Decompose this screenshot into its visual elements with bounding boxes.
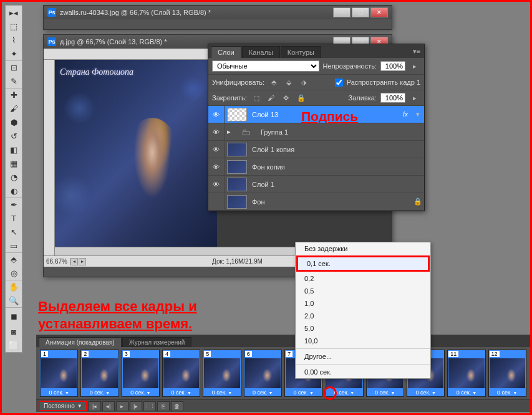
path-tool[interactable]: ↖ [6, 225, 22, 239]
frame-delay[interactable]: 0 сек.▼ [203, 389, 240, 396]
layer-row[interactable]: Фон 🔒 [208, 193, 424, 211]
delay-20[interactable]: 2,0 [296, 310, 430, 322]
expand-icon[interactable]: ▸ [225, 128, 233, 136]
opacity-flyout-icon[interactable]: ▸ [409, 61, 420, 71]
screenmode[interactable]: ⬜ [6, 338, 22, 352]
panel-menu-icon[interactable]: ▾≡ [409, 45, 424, 58]
visibility-icon[interactable]: 👁 [208, 141, 225, 158]
lasso-tool[interactable]: ⌇ [6, 33, 22, 47]
layer-name[interactable]: Слой 1 копия [249, 146, 424, 153]
propagate-checkbox[interactable] [335, 79, 343, 87]
animation-frame[interactable]: 110 сек.▼ [447, 350, 485, 397]
lock-pixels-icon[interactable]: 🖌 [266, 93, 277, 103]
animation-frame[interactable]: 40 сек.▼ [162, 350, 200, 397]
layer-name[interactable]: Фон копия [249, 163, 424, 171]
blur-tool[interactable]: ◔ [6, 170, 22, 184]
close-button[interactable]: ✕ [370, 7, 388, 17]
eyedropper-tool[interactable]: ✎ [6, 74, 22, 88]
3d-tool[interactable]: ⬘ [6, 252, 22, 266]
frame-delay[interactable]: 0 сек.▼ [285, 389, 322, 396]
visibility-icon[interactable]: 👁 [208, 158, 225, 175]
delete-frame-button[interactable]: 🗑 [171, 401, 183, 411]
fx-indicator[interactable]: fx [399, 111, 412, 118]
animation-frame[interactable]: 60 сек.▼ [244, 350, 282, 397]
layer-name[interactable]: Группа 1 [258, 128, 424, 136]
unify-style-icon[interactable]: ⬗ [298, 77, 309, 87]
duplicate-frame-button[interactable]: ⎘ [157, 401, 170, 411]
quickmask[interactable]: ◙ [6, 325, 22, 338]
tab-animation-frames[interactable]: Анимация (покадровая) [39, 337, 122, 347]
animation-frame[interactable]: 120 сек.▼ [488, 350, 526, 397]
tab-layers[interactable]: Слои [211, 46, 241, 58]
delay-50[interactable]: 5,0 [296, 322, 430, 335]
type-tool[interactable]: T [6, 211, 22, 225]
tab-measurement-log[interactable]: Журнал измерений [122, 337, 192, 347]
animation-frame[interactable]: 20 сек.▼ [80, 350, 118, 397]
next-frame-button[interactable]: |▸ [130, 401, 142, 411]
layer-name[interactable]: Фон [249, 198, 412, 206]
delay-02[interactable]: 0,2 [296, 272, 430, 285]
visibility-icon[interactable]: 👁 [208, 106, 225, 123]
brush-tool[interactable]: 🖌 [6, 102, 22, 115]
nav-next[interactable]: ▸ [79, 258, 86, 265]
frame-delay[interactable]: 0 сек.▼ [244, 389, 281, 396]
frame-delay[interactable]: 0 сек.▼ [407, 389, 444, 396]
delay-other[interactable]: Другое... [296, 348, 430, 363]
layer-row[interactable]: 👁 Фон копия [208, 158, 424, 176]
animation-frame[interactable]: 10 сек.▼ [40, 350, 78, 397]
move-tool[interactable]: ▸◂ [6, 6, 22, 19]
zoom-tool[interactable]: 🔍 [6, 293, 22, 307]
minimize-button[interactable]: — [333, 7, 351, 17]
layer-row[interactable]: 👁 Слой 1 [208, 176, 424, 193]
history-brush-tool[interactable]: ↺ [6, 129, 22, 143]
eraser-tool[interactable]: ◧ [6, 143, 22, 156]
frame-delay[interactable]: 0 сек.▼ [41, 389, 77, 396]
lock-pos-icon[interactable]: ✥ [281, 93, 292, 103]
frame-delay[interactable]: 0 сек.▼ [81, 389, 118, 396]
layer-row[interactable]: 👁 Слой 1 копия [208, 141, 424, 158]
delay-10[interactable]: 1,0 [296, 297, 430, 310]
swatches[interactable]: ◼ [6, 307, 22, 325]
frame-delay[interactable]: 0 сек.▼ [122, 389, 159, 396]
lock-all-icon[interactable]: 🔒 [296, 93, 307, 103]
vertical-ruler[interactable] [44, 60, 55, 255]
healing-tool[interactable]: ✚ [6, 88, 22, 102]
blend-mode-select[interactable]: Обычные [212, 60, 319, 72]
titlebar-bg[interactable]: Ps zwalls.ru-40343.jpg @ 66,7% (Слой 13,… [44, 6, 392, 19]
pen-tool[interactable]: ✒ [6, 198, 22, 211]
delay-100[interactable]: 10,0 [296, 335, 430, 347]
visibility-icon[interactable]: 👁 [208, 176, 225, 193]
3d-camera-tool[interactable]: ◎ [6, 266, 22, 280]
frame-delay[interactable]: 0 сек.▼ [163, 389, 200, 396]
opacity-input[interactable] [380, 61, 405, 71]
expand-fx-icon[interactable]: ▾ [412, 110, 424, 118]
layer-thumb[interactable] [227, 160, 247, 174]
marquee-tool[interactable]: ⬚ [6, 19, 22, 33]
zoom-level[interactable]: 66,67% [44, 258, 70, 265]
tab-channels[interactable]: Каналы [242, 46, 280, 58]
frame-delay[interactable]: 0 сек.▼ [489, 389, 526, 396]
delay-current[interactable]: 0,00 сек. [296, 364, 430, 378]
loop-dropdown[interactable]: Постоянно▼ [39, 401, 87, 411]
delay-none[interactable]: Без задержки [296, 242, 430, 255]
fill-input[interactable] [380, 93, 405, 103]
layer-thumb[interactable] [227, 143, 247, 156]
animation-frame[interactable]: 30 сек.▼ [122, 350, 160, 397]
unify-pos-icon[interactable]: ⬘ [268, 77, 279, 87]
tab-paths[interactable]: Контуры [281, 46, 321, 58]
first-frame-button[interactable]: |◂ [89, 401, 101, 411]
animation-frame[interactable]: 50 сек.▼ [203, 350, 241, 397]
delay-05[interactable]: 0,5 [296, 285, 430, 297]
layer-thumb[interactable] [227, 108, 247, 122]
gradient-tool[interactable]: ▦ [6, 156, 22, 170]
stamp-tool[interactable]: ⬢ [6, 115, 22, 129]
fill-flyout-icon[interactable]: ▸ [409, 93, 420, 103]
crop-tool[interactable]: ⊡ [6, 60, 22, 74]
maximize-button[interactable]: ▢ [352, 7, 369, 17]
tween-button[interactable]: ⋮⋮ [143, 401, 156, 411]
layer-thumb[interactable] [227, 178, 247, 191]
delay-01[interactable]: 0,1 сек. [296, 255, 430, 272]
prev-frame-button[interactable]: ◂| [102, 401, 115, 411]
visibility-icon[interactable] [208, 193, 225, 210]
lock-trans-icon[interactable]: ⬚ [251, 93, 262, 103]
